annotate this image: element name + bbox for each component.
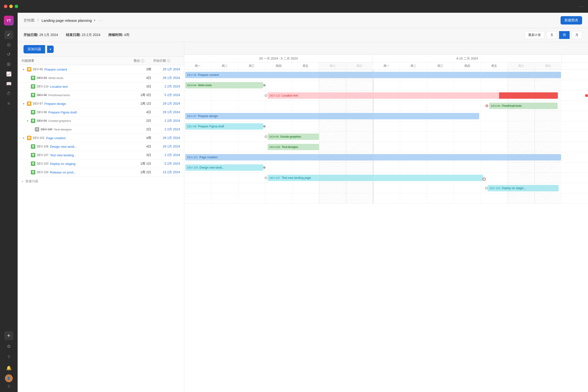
- sidebar-item-add[interactable]: +: [4, 331, 13, 340]
- gantt-row-dev103[interactable]: DEV-103 Deploy on stagin...: [184, 183, 588, 193]
- gantt-bar-dev94[interactable]: DEV-94 Write texts: [185, 82, 263, 88]
- table-row[interactable]: 普 DEV-107 Test new landing... 3日 2 2月 20…: [18, 151, 184, 160]
- table-row[interactable]: 普 DEV-106 Design new landi... 4日 29 1月 2…: [18, 142, 184, 151]
- breadcrumb-parent[interactable]: 甘特图: [24, 18, 34, 23]
- add-issue-button[interactable]: 添加问题: [24, 45, 45, 54]
- close-button[interactable]: [4, 5, 7, 8]
- gantt-row-dev99[interactable]: DEV-99 Create graphics: [184, 132, 588, 142]
- breadcrumb-arrow[interactable]: ▾: [94, 18, 95, 22]
- gantt-bar-dev100[interactable]: DEV-100 Test designs: [268, 144, 319, 150]
- issue-title-link[interactable]: Localize text: [50, 85, 68, 88]
- table-row[interactable]: ▾ 普 DEV-99 Create graphics 2日 2 2月 2024: [18, 116, 184, 125]
- gantt-row-dev100[interactable]: DEV-100 Test designs: [184, 142, 588, 152]
- issue-title-link[interactable]: Deploy on staging: [50, 162, 76, 166]
- sidebar-item-bell[interactable]: 🔔: [4, 364, 13, 372]
- issue-title-link[interactable]: Prepare Figma draft: [48, 110, 77, 114]
- expand-button[interactable]: ▾: [22, 102, 26, 106]
- gantt-bar-dev107[interactable]: DEV-107 Test new landing page: [268, 175, 483, 181]
- estimate-info-icon[interactable]: i: [141, 59, 144, 62]
- new-issue-row[interactable]: + 新建问题: [18, 177, 184, 186]
- minimize-button[interactable]: [9, 5, 13, 8]
- issue-title-link[interactable]: Prepare design: [44, 102, 66, 106]
- gantt-row-dev107[interactable]: DEV-107 Test new landing page: [184, 173, 588, 183]
- table-row[interactable]: 普 DEV-104 Release on prod... 1周 2日 13 2月…: [18, 168, 184, 177]
- add-issue-dropdown-button[interactable]: ▾: [47, 46, 54, 53]
- issue-id[interactable]: DEV-101: [33, 136, 44, 140]
- sidebar-item-chart[interactable]: 📈: [4, 70, 13, 78]
- issue-id[interactable]: DEV-106: [37, 145, 48, 148]
- expand-button[interactable]: ▾: [22, 136, 26, 140]
- issue-title[interactable]: Create graphics: [48, 119, 71, 123]
- view-day-button[interactable]: 天: [546, 31, 557, 39]
- issue-id[interactable]: DEV-95: [33, 68, 43, 71]
- issue-title[interactable]: Write texts: [48, 76, 63, 80]
- view-week-button[interactable]: 周: [559, 31, 570, 39]
- gantt-bar-dev95[interactable]: DEV-95 Prepare content: [185, 72, 561, 78]
- expand-button[interactable]: ▾: [26, 119, 30, 123]
- gantt-row-dev96[interactable]: DEV-96 Proofread texts: [184, 101, 588, 111]
- gantt-row-dev98[interactable]: DEV-98 Prepare Figma draft: [184, 121, 588, 132]
- table-row[interactable]: 普 DEV-110 Localize text 3日 2 2月 2024: [18, 82, 184, 91]
- table-row[interactable]: 普 DEV-96 Proofread texts 1周 3日 5 2月 2024: [18, 91, 184, 100]
- sidebar-item-history[interactable]: ↺: [4, 50, 13, 59]
- sidebar-item-timer[interactable]: ⏱: [4, 89, 13, 98]
- issue-id[interactable]: DEV-97: [33, 102, 43, 105]
- issue-title-link[interactable]: Release on prod...: [50, 170, 76, 174]
- table-row[interactable]: 普 DEV-98 Prepare Figma draft 4日 29 1月 20…: [18, 108, 184, 116]
- gantt-row-dev104[interactable]: [184, 193, 588, 204]
- gantt-bar-dev106[interactable]: DEV-106 Design new landi...: [185, 164, 263, 171]
- workspace-avatar[interactable]: YT: [4, 16, 14, 26]
- gantt-row-dev101[interactable]: DEV-101 Page creation: [184, 152, 588, 162]
- table-row[interactable]: 普 DEV-103 Deploy on staging 1周 1日 5 2月 2…: [18, 160, 184, 168]
- sidebar-item-check[interactable]: ✓: [4, 30, 13, 39]
- view-month-button[interactable]: 月: [572, 31, 582, 39]
- gantt-row-dev94[interactable]: DEV-94 Write texts: [184, 80, 588, 90]
- gantt-row-dev95[interactable]: DEV-95 Prepare content: [184, 70, 588, 80]
- user-avatar[interactable]: 👤: [5, 374, 13, 382]
- sidebar-expand-icon[interactable]: ⟩⟩: [6, 383, 11, 389]
- issue-id[interactable]: DEV-110: [37, 85, 48, 88]
- gantt-bar-dev110[interactable]: DEV-110 Localize text: [268, 92, 500, 99]
- start-info-icon[interactable]: i: [167, 59, 170, 62]
- gantt-bar-dev96[interactable]: DEV-96 Proofread texts: [489, 103, 558, 109]
- issue-title[interactable]: Proofread texts: [48, 93, 70, 97]
- table-row[interactable]: ▾ 重 DEV-97 Prepare design 1周 1日 29 1月 20…: [18, 100, 184, 108]
- table-row[interactable]: ▾ 重 DEV-95 Prepare content 3周 29 1月 2024: [18, 65, 184, 74]
- issue-id[interactable]: DEV-98: [37, 110, 47, 114]
- issue-id[interactable]: DEV-99: [37, 119, 47, 122]
- table-row[interactable]: 不 DEV-100 Test designs 2日 2 2月 2024: [18, 125, 184, 134]
- issue-title-link[interactable]: Page creation: [46, 136, 66, 140]
- header-more-menu[interactable]: ···: [98, 18, 104, 23]
- issue-id[interactable]: DEV-96: [37, 93, 47, 97]
- gantt-row-dev97[interactable]: DEV-97 Prepare design: [184, 111, 588, 121]
- breadcrumb-current[interactable]: Landing page release planning: [42, 18, 92, 22]
- issue-title-link[interactable]: Test new landing...: [50, 153, 76, 157]
- expand-button[interactable]: ▾: [22, 68, 26, 71]
- titlebar-menu[interactable]: ···: [579, 4, 584, 9]
- sidebar-item-book[interactable]: 📖: [4, 80, 13, 88]
- sidebar-item-settings[interactable]: ⚙: [4, 342, 13, 351]
- issue-id[interactable]: DEV-100: [41, 128, 52, 131]
- gantt-bar-dev99[interactable]: DEV-99 Create graphics: [268, 134, 319, 140]
- issue-title[interactable]: Test designs: [54, 128, 72, 131]
- gantt-row-dev106[interactable]: DEV-106 Design new landi...: [184, 162, 588, 173]
- recalc-button[interactable]: 重新计算: [524, 31, 545, 39]
- sidebar-item-list[interactable]: ≡: [4, 99, 13, 108]
- gantt-bar-dev98[interactable]: DEV-98 Prepare Figma draft: [185, 123, 263, 130]
- new-chart-button[interactable]: 新建图表: [560, 16, 582, 24]
- sidebar-item-target[interactable]: ◎: [4, 40, 13, 49]
- gantt-row-dev110[interactable]: DEV-110 Localize text: [184, 90, 588, 101]
- gantt-bar-dev97[interactable]: DEV-97 Prepare design: [185, 113, 479, 119]
- gantt-bar-dev101[interactable]: DEV-101 Page creation: [185, 154, 561, 160]
- issue-id[interactable]: DEV-107: [37, 153, 48, 157]
- table-row[interactable]: ▾ 重 DEV-101 Page creation 4周 29 1月 2024: [18, 134, 184, 142]
- sidebar-item-help[interactable]: ?: [4, 353, 13, 362]
- gantt-bar-dev103[interactable]: DEV-103 Deploy on stagin...: [488, 185, 558, 191]
- issue-id[interactable]: DEV-104: [37, 170, 48, 174]
- table-row[interactable]: 普 DEV-94 Write texts 4日 29 1月 2024: [18, 74, 184, 82]
- issue-title-link[interactable]: Design new landi...: [50, 145, 77, 148]
- issue-title-link[interactable]: Prepare content: [44, 68, 67, 71]
- sidebar-item-layout[interactable]: ⊞: [4, 60, 13, 68]
- issue-id[interactable]: DEV-94: [37, 76, 47, 80]
- fullscreen-button[interactable]: [15, 5, 18, 8]
